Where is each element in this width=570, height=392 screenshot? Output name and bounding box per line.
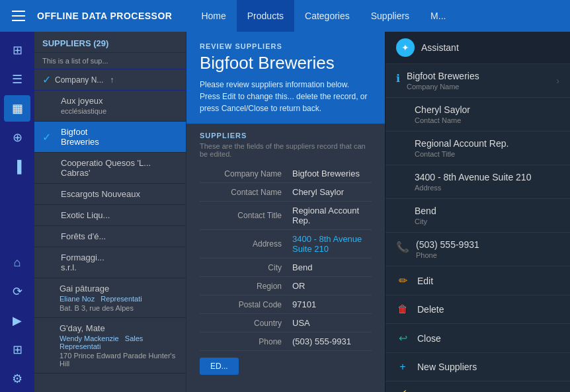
field-value-region: OR <box>292 281 372 291</box>
plus-icon: + <box>396 361 409 373</box>
rp-delete-action[interactable]: 🗑 Delete <box>386 295 570 324</box>
field-row-title: Contact Title Regional Account Rep. <box>200 202 372 230</box>
suppliers-list: Aux joyeuxecclésiastique ✓ BigfootBrewer… <box>34 91 186 392</box>
field-label-phone: Phone <box>200 337 292 346</box>
supplier-item-bigfoot[interactable]: ✓ BigfootBreweries <box>34 122 186 153</box>
edit-button[interactable]: ED... <box>200 358 239 375</box>
field-label-postal: Postal Code <box>200 300 292 309</box>
field-label-region: Region <box>200 282 292 291</box>
chevron-right-icon: › <box>556 75 559 86</box>
field-value-company: Bigfoot Breweries <box>292 169 372 178</box>
rp-contact-value: Cheryl Saylor <box>415 104 470 115</box>
supplier-item-exotic[interactable]: Exotic Liqu... <box>34 205 186 226</box>
grid-icon[interactable]: ⊞ <box>4 37 30 63</box>
close-icon: ↩ <box>396 332 409 344</box>
top-navigation: OFFLINE DATA PROCESSOR Home Products Cat… <box>0 0 570 32</box>
app-brand: OFFLINE DATA PROCESSOR <box>37 11 172 21</box>
rp-company-name-item[interactable]: ℹ Bigfoot Breweries Company Name › <box>386 64 570 98</box>
field-value-contact: Cheryl Saylor <box>292 187 372 197</box>
field-value-title: Regional Account Rep. <box>292 206 372 225</box>
rp-info-left: Bend City <box>396 206 436 225</box>
assistant-icon: ✦ <box>396 38 415 57</box>
info-circle-icon: ℹ <box>396 72 400 85</box>
nav-products[interactable]: Products <box>237 0 294 32</box>
supplier-item-formaggi[interactable]: Formaggi...s.r.l. <box>34 247 186 278</box>
field-value-postal: 97101 <box>292 299 372 309</box>
assistant-row[interactable]: ✦ Assistant <box>386 32 570 64</box>
supplier-item-forets[interactable]: Forêts d'é... <box>34 226 186 247</box>
right-panel: ✦ Assistant ℹ Bigfoot Breweries Company … <box>385 32 570 392</box>
left-sidebar: ⊞ ☰ ▦ ⊕ ▐ ⌂ ⟳ ▶ ⊞ ⚙ <box>0 32 34 392</box>
rp-action-left: + New Suppliers <box>396 361 477 373</box>
field-label-title: Contact Title <box>200 211 292 220</box>
apps-icon[interactable]: ⊞ <box>4 336 30 363</box>
fields-table: Company Name Bigfoot Breweries Contact N… <box>186 165 385 351</box>
rp-info-text: 3400 - 8th Avenue Suite 210 Address <box>396 172 531 192</box>
field-label-address: Address <box>200 239 292 249</box>
nav-more[interactable]: M... <box>420 0 456 32</box>
sort-arrow-icon: ↑ <box>110 75 114 85</box>
rp-close-action[interactable]: ↩ Close <box>386 324 570 353</box>
rp-info-left: Cheryl Saylor Contact Name <box>396 104 470 124</box>
rp-title-sub: Contact Title <box>415 150 509 158</box>
field-row-city: City Bend <box>200 258 372 277</box>
rp-info-left: 3400 - 8th Avenue Suite 210 Address <box>396 172 531 192</box>
rp-city-value: Bend <box>415 206 436 216</box>
dashboard-icon[interactable]: ▦ <box>4 95 30 122</box>
review-header: REVIEW SUPPLIERS Bigfoot Breweries Pleas… <box>186 32 385 124</box>
supplier-item-aux[interactable]: Aux joyeuxecclésiastique <box>34 91 186 122</box>
supplier-name: Exotic Liqu... <box>61 210 178 220</box>
rp-title-value: Regional Account Rep. <box>415 138 509 149</box>
home-icon[interactable]: ⌂ <box>4 249 30 276</box>
field-row-phone: Phone (503) 555-9931 <box>200 333 372 351</box>
rp-new-suppliers-action[interactable]: + New Suppliers <box>386 353 570 381</box>
rp-city-sub: City <box>415 217 436 225</box>
rp-phone-item: 📞 (503) 555-9931 Phone <box>386 233 570 266</box>
supplier-item-cooperati[interactable]: Cooperatio Quesos 'L... Cabras' <box>34 153 186 184</box>
suppliers-description: This is a list of sup... <box>34 53 186 69</box>
supplier-check-icon: ✓ <box>42 131 56 143</box>
field-label-country: Country <box>200 319 292 328</box>
settings-icon[interactable]: ⚙ <box>4 366 30 392</box>
rp-actions-action[interactable]: ⚡ Actions › <box>386 381 570 392</box>
edit-bar: ED... <box>186 351 385 381</box>
rp-edit-label: Edit <box>417 276 433 286</box>
assistant-label: Assistant <box>421 42 459 53</box>
nav-home[interactable]: Home <box>190 0 236 32</box>
field-value-phone: (503) 555-9931 <box>292 336 372 346</box>
review-description: Please review suppliers information belo… <box>200 79 372 114</box>
supplier-name: G'day, Mate <box>60 323 178 333</box>
supplier-name: Forêts d'é... <box>61 231 178 241</box>
rp-action-left: ✏ Edit <box>396 274 433 287</box>
supplier-item-gday[interactable]: G'day, Mate Wendy Mackenzie Sales Repres… <box>34 318 186 373</box>
review-title: Bigfoot Breweries <box>200 53 372 73</box>
supplier-check-icon <box>42 284 56 294</box>
nav-categories[interactable]: Categories <box>294 0 360 32</box>
section-description: These are the fields of the suppliers re… <box>186 142 385 165</box>
map-pin-icon[interactable]: ⊕ <box>4 124 30 151</box>
rp-phone-sub: Phone <box>416 251 479 259</box>
rp-info-text: Regional Account Rep. Contact Title <box>396 138 509 158</box>
supplier-item-gai[interactable]: Gai pâturage Eliane Noz Representati Bat… <box>34 278 186 318</box>
refresh-icon[interactable]: ⟳ <box>4 278 30 305</box>
hamburger-menu[interactable] <box>8 5 29 26</box>
play-icon[interactable]: ▶ <box>4 307 30 334</box>
supplier-item-escargots[interactable]: Escargots Nouveaux <box>34 184 186 205</box>
nav-suppliers[interactable]: Suppliers <box>360 0 420 32</box>
rp-info-text: Cheryl Saylor Contact Name <box>396 104 470 124</box>
supplier-name: Aux joyeuxecclésiastique <box>61 96 178 116</box>
supplier-check-icon <box>42 323 56 333</box>
rp-edit-action[interactable]: ✏ Edit <box>386 266 570 295</box>
chart-icon[interactable]: ▐ <box>4 153 30 180</box>
rp-contact-name-item: Cheryl Saylor Contact Name <box>386 98 570 132</box>
field-row-address: Address 3400 - 8th Avenue Suite 210 <box>200 230 372 258</box>
nav-items: Home Products Categories Suppliers M... <box>190 0 456 32</box>
list-icon[interactable]: ☰ <box>4 66 30 93</box>
rp-action-left: ↩ Close <box>396 332 441 344</box>
rp-address-value: 3400 - 8th Avenue Suite 210 <box>415 172 531 182</box>
suppliers-sort-row[interactable]: ✓ Company N... ↑ <box>34 69 186 91</box>
rp-phone-value: (503) 555-9931 <box>416 239 479 250</box>
field-value-city: Bend <box>292 262 372 272</box>
sort-label: Company N... <box>55 75 103 85</box>
supplier-name: Cooperatio Quesos 'L... Cabras' <box>61 158 178 178</box>
